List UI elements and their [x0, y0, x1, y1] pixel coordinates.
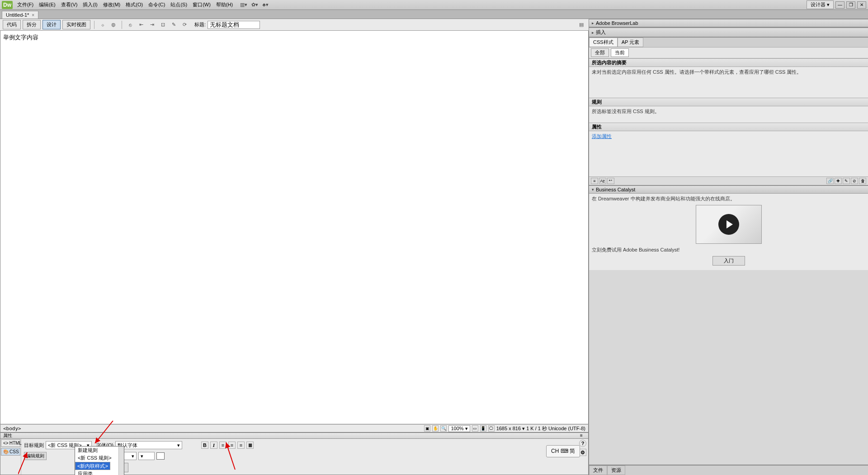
align-left-button[interactable]: ≡ — [219, 442, 226, 449]
help-icon[interactable]: ? — [579, 440, 586, 447]
inspect-icon[interactable]: ⎋ — [126, 21, 135, 29]
workspace-dropdown[interactable]: 设计器 ▾ — [807, 0, 834, 9]
properties-html-tab[interactable]: <> HTML — [1, 439, 20, 447]
live-code-icon[interactable]: ⟐ — [98, 21, 107, 29]
ruler-icon[interactable]: ⊡ — [158, 21, 167, 29]
insert-label: 插入 — [596, 29, 606, 36]
edit-rule-icon[interactable]: ✎ — [843, 178, 850, 184]
show-category-icon[interactable]: ≡ — [591, 178, 598, 184]
text-color-swatch[interactable] — [156, 452, 165, 460]
font-select[interactable]: 默认字体▾ — [115, 441, 182, 449]
insert-panel-head[interactable]: ▸插入 — [589, 28, 868, 37]
tag-path[interactable]: <body> — [0, 426, 24, 432]
options-icon[interactable]: ✎ — [169, 21, 178, 29]
new-rule-icon[interactable]: ✚ — [835, 178, 842, 184]
css-current-button[interactable]: 当前 — [611, 48, 629, 57]
delete-rule-icon[interactable]: 🗑 — [859, 178, 866, 184]
tab-close-icon[interactable]: × — [32, 13, 34, 18]
zoom-select[interactable]: 100% ▾ — [448, 425, 470, 432]
attach-stylesheet-icon[interactable]: 🔗 — [826, 178, 834, 184]
menu-insert[interactable]: 插入(I) — [80, 1, 100, 8]
disable-rule-icon[interactable]: ⊘ — [851, 178, 858, 184]
bold-button[interactable]: B — [201, 442, 208, 449]
browserlab-panel-head[interactable]: ▸Adobe BrowserLab — [589, 19, 868, 27]
live-view-icon[interactable]: ◍ — [109, 21, 118, 29]
browserlab-label: Adobe BrowserLab — [596, 20, 638, 26]
extend-dropdown-icon[interactable]: ✿▾ — [251, 2, 258, 8]
add-property-link[interactable]: 添加属性 — [592, 133, 612, 139]
align-right-button[interactable]: ≡ — [237, 442, 245, 449]
rules-section-head: 规则 — [589, 98, 868, 106]
chevron-down-icon: ▾ — [177, 442, 180, 448]
toolbar-doc-options-icon[interactable]: ▤ — [577, 21, 586, 29]
window-size-icon[interactable]: ▭ — [472, 425, 478, 432]
view-split-button[interactable]: 拆分 — [23, 20, 41, 29]
align-center-button[interactable]: ≡ — [228, 442, 236, 449]
menu-file[interactable]: 文件(F) — [14, 1, 36, 8]
dropdown-scrollbar[interactable] — [118, 446, 124, 475]
screen-icon[interactable]: 🖵 — [488, 425, 495, 432]
properties-css-tab[interactable]: 🎨 CSS — [1, 448, 20, 456]
dd-apply-class[interactable]: 应用类 — [75, 470, 124, 475]
css-styles-tab[interactable]: CSS样式 — [589, 38, 618, 47]
zoom-tool-icon[interactable]: 🔍 — [440, 425, 447, 432]
menu-site[interactable]: 站点(S) — [168, 1, 190, 8]
css-all-button[interactable]: 全部 — [591, 48, 609, 57]
view-code-button[interactable]: 代码 — [3, 20, 21, 29]
css-tab-label: CSS — [9, 449, 19, 454]
quick-tag-icon[interactable]: ⚙ — [579, 449, 586, 456]
play-icon — [718, 214, 739, 235]
dd-new-css-rule[interactable]: <新 CSS 规则> — [75, 454, 124, 462]
close-button[interactable]: ✕ — [857, 1, 866, 9]
view-live-button[interactable]: 实时视图 — [62, 20, 90, 29]
menu-commands[interactable]: 命令(C) — [146, 1, 168, 8]
menu-format[interactable]: 格式(O) — [123, 1, 146, 8]
refresh-icon[interactable]: ⟳ — [180, 21, 189, 29]
props-section-body: 添加属性 — [589, 131, 868, 176]
document-toolbar: 代码 拆分 设计 实时视图 ⟐ ◍ ⎋ ⇤ ⇥ ⊡ ✎ ⟳ 标题: ▤ — [0, 19, 589, 31]
document-tab[interactable]: Untitled-1* × — [2, 11, 38, 19]
collapse-arrow-icon: ▸ — [592, 30, 594, 35]
hand-tool-icon[interactable]: ✋ — [432, 425, 439, 432]
show-list-icon[interactable]: Aᴢ — [599, 178, 606, 184]
menu-help[interactable]: 帮助(H) — [213, 1, 236, 8]
menu-view[interactable]: 查看(V) — [58, 1, 80, 8]
menu-modify[interactable]: 修改(M) — [100, 1, 123, 8]
layout-dropdown-icon[interactable]: ▥▾ — [240, 2, 247, 8]
properties-header[interactable]: 属性 ≡ — [0, 432, 589, 439]
maximize-button[interactable]: ❐ — [846, 1, 855, 9]
minimize-button[interactable]: — — [835, 1, 844, 9]
nav-back-icon[interactable]: ⇤ — [137, 21, 146, 29]
assets-tab[interactable]: 资源 — [607, 466, 625, 475]
align-justify-button[interactable]: ≣ — [246, 442, 254, 449]
business-catalyst-head[interactable]: ▾Business Catalyst — [589, 185, 868, 194]
dd-new-inline-style[interactable]: <新内联样式> — [75, 462, 110, 470]
tag-selector-bar: <body> ▣ ✋ 🔍 100% ▾ ▭ 📱 🖵 1685 x 816 ▾ 1… — [0, 424, 589, 432]
italic-button[interactable]: I — [210, 442, 217, 449]
nav-next-icon[interactable]: ⇥ — [147, 21, 156, 29]
dd-new-rule[interactable]: 新建规则 — [75, 446, 124, 454]
app-logo: Dw — [2, 1, 13, 9]
site-dropdown-icon[interactable]: ♣▾ — [262, 2, 269, 8]
size-unit-select[interactable]: ▾ — [138, 452, 155, 460]
menu-window[interactable]: 窗口(W) — [190, 1, 213, 8]
design-canvas[interactable]: 举例文字内容 — [0, 31, 589, 424]
bc-label: Business Catalyst — [596, 187, 635, 192]
sample-text: 举例文字内容 — [3, 34, 38, 41]
files-tab[interactable]: 文件 — [589, 466, 607, 475]
ap-elements-tab[interactable]: AP 元素 — [618, 38, 644, 47]
bc-start-button[interactable]: 入门 — [712, 256, 745, 266]
bc-text-2: 立刻免费试用 Adobe Business Catalyst! — [592, 247, 865, 253]
menu-edit[interactable]: 编辑(E) — [36, 1, 58, 8]
target-rule-dropdown[interactable]: 新建规则 <新 CSS 规则> <新内联样式> 应用类 <删除类> — [75, 446, 124, 475]
view-design-button[interactable]: 设计 — [42, 20, 61, 29]
title-input[interactable] — [208, 21, 260, 29]
show-set-icon[interactable]: *⁺ — [607, 178, 614, 184]
status-text: 1685 x 816 ▾ 1 K / 1 秒 Unicode (UTF-8) — [496, 425, 585, 432]
bc-video-thumbnail[interactable] — [696, 205, 762, 244]
device-icon[interactable]: 📱 — [480, 425, 486, 432]
menubar: Dw 文件(F) 编辑(E) 查看(V) 插入(I) 修改(M) 格式(O) 命… — [0, 0, 868, 10]
select-tool-icon[interactable]: ▣ — [424, 425, 430, 432]
properties-menu-icon[interactable]: ≡ — [580, 433, 585, 438]
edit-rule-button[interactable]: 编辑规则 — [24, 452, 47, 460]
